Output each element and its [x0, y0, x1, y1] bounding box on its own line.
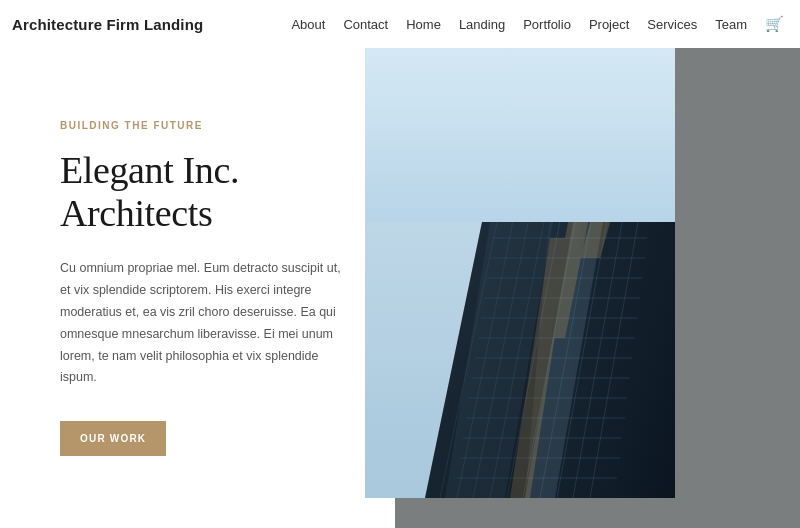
cart-icon[interactable]: 🛒 — [765, 15, 784, 33]
cta-button[interactable]: OUR WORK — [60, 421, 166, 456]
main-nav: AboutContactHomeLandingPortfolioProjectS… — [291, 15, 784, 33]
sky-bg — [365, 38, 675, 222]
hero-description: Cu omnium propriae mel. Eum detracto sus… — [60, 258, 350, 389]
nav-item-landing[interactable]: Landing — [459, 17, 505, 32]
nav-item-about[interactable]: About — [291, 17, 325, 32]
nav-item-home[interactable]: Home — [406, 17, 441, 32]
hero-title: Elegant Inc. Architects — [60, 149, 355, 236]
site-header: Architecture Firm Landing AboutContactHo… — [0, 0, 800, 48]
nav-item-team[interactable]: Team — [715, 17, 747, 32]
nav-item-project[interactable]: Project — [589, 17, 629, 32]
nav-item-portfolio[interactable]: Portfolio — [523, 17, 571, 32]
hero-section: BUILDING THE FUTURE Elegant Inc. Archite… — [0, 48, 800, 528]
hero-image-card — [365, 38, 675, 498]
hero-left-panel: BUILDING THE FUTURE Elegant Inc. Archite… — [0, 48, 395, 528]
nav-item-services[interactable]: Services — [647, 17, 697, 32]
hero-right-panel — [395, 48, 800, 528]
hero-subtitle: BUILDING THE FUTURE — [60, 120, 355, 131]
nav-item-contact[interactable]: Contact — [343, 17, 388, 32]
site-logo: Architecture Firm Landing — [12, 16, 203, 33]
